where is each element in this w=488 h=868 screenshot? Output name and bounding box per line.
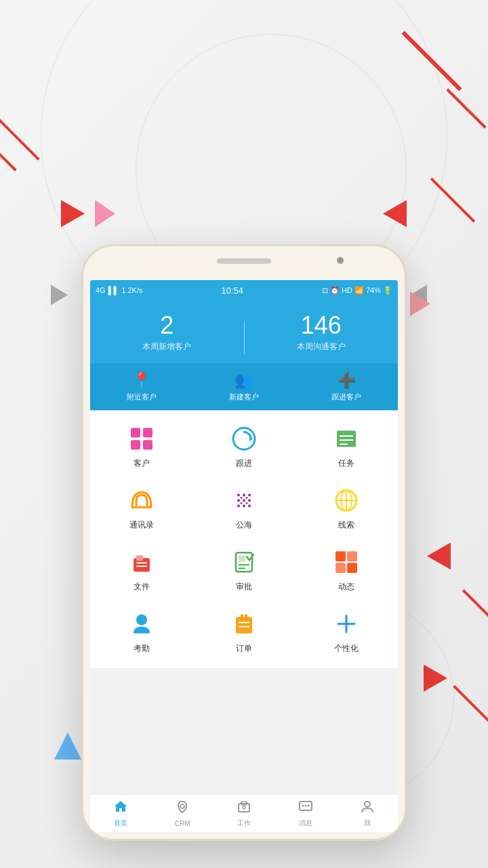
location-icon: 📍 xyxy=(90,372,192,389)
followup-label: 跟进 xyxy=(236,458,252,469)
new-customer-action[interactable]: 👥 新建客户 xyxy=(192,372,295,402)
deco-line-5 xyxy=(430,178,475,222)
bottom-nav: 首页 CRM 工作 xyxy=(90,794,398,832)
svg-point-17 xyxy=(237,505,240,507)
svg-rect-1 xyxy=(143,428,152,437)
app-personalize[interactable]: 个性化 xyxy=(296,609,398,654)
svg-rect-31 xyxy=(136,566,147,567)
svg-point-57 xyxy=(365,802,370,807)
app-orders[interactable]: 订单 xyxy=(192,609,295,654)
battery-label: 74% xyxy=(366,286,381,294)
contact-customers-label: 本周沟通客户 xyxy=(297,342,346,351)
svg-rect-29 xyxy=(136,555,143,561)
app-contacts[interactable]: 通讯录 xyxy=(90,486,192,531)
sim-icon: ⊡ xyxy=(322,286,328,295)
svg-rect-37 xyxy=(336,551,346,561)
add-list-icon: ➕ xyxy=(296,372,398,389)
status-left: 4G ▌▌ 1.2K/s xyxy=(96,286,142,294)
leads-icon xyxy=(331,486,361,515)
nav-home[interactable]: 首页 xyxy=(90,795,152,832)
orders-label: 订单 xyxy=(236,643,252,654)
tri-red-3 xyxy=(424,665,447,692)
customer-label: 客户 xyxy=(134,458,150,469)
svg-point-14 xyxy=(237,499,240,502)
svg-point-49 xyxy=(180,804,184,808)
svg-point-15 xyxy=(243,499,245,502)
svg-point-55 xyxy=(304,805,306,807)
nav-work-label: 工作 xyxy=(237,818,251,828)
deco-line-4 xyxy=(453,685,488,725)
nav-me[interactable]: 我 xyxy=(336,795,398,832)
deco-line-3 xyxy=(0,111,40,161)
clock: 10:54 xyxy=(222,285,244,296)
svg-point-41 xyxy=(136,614,147,625)
app-customer[interactable]: 客户 xyxy=(90,424,192,469)
svg-rect-39 xyxy=(336,563,346,573)
task-icon xyxy=(331,424,361,454)
nearby-customers-label: 附近客户 xyxy=(127,393,157,401)
nav-messages[interactable]: 消息 xyxy=(274,795,336,832)
deco-line-2 xyxy=(446,88,486,128)
public-sea-icon xyxy=(229,486,259,515)
tri-pink-1 xyxy=(95,200,115,227)
stat-contact-customers[interactable]: 146 本周沟通客户 xyxy=(245,311,399,363)
svg-point-56 xyxy=(307,805,309,807)
app-leads[interactable]: 线索 xyxy=(296,486,398,531)
svg-point-13 xyxy=(248,494,251,496)
phone-camera xyxy=(337,257,344,264)
app-public-sea[interactable]: 公海 xyxy=(192,486,295,531)
home-icon xyxy=(113,799,128,817)
app-row-2: 通讯录 xyxy=(90,477,398,539)
me-icon xyxy=(360,799,375,817)
messages-icon xyxy=(298,799,313,817)
nav-work[interactable]: 工作 xyxy=(214,795,275,832)
stat-new-customers[interactable]: 2 本周新增客户 xyxy=(90,311,244,363)
app-approval[interactable]: 审批 xyxy=(192,547,295,593)
app-dynamic[interactable]: 动态 xyxy=(296,547,398,593)
tri-red-2 xyxy=(383,200,407,227)
dynamic-label: 动态 xyxy=(338,581,354,593)
svg-rect-33 xyxy=(239,555,245,562)
nav-home-label: 首页 xyxy=(114,818,127,828)
attendance-icon xyxy=(127,609,157,639)
followup-icon xyxy=(229,424,259,454)
phone-speaker xyxy=(217,258,271,264)
files-icon xyxy=(127,547,157,577)
contacts-icon xyxy=(127,486,157,515)
app-task[interactable]: 任务 xyxy=(296,424,398,469)
svg-rect-2 xyxy=(131,440,140,450)
app-attendance[interactable]: 考勤 xyxy=(90,609,192,654)
follow-customer-action[interactable]: ➕ 跟进客户 xyxy=(296,372,398,402)
nearby-customers-action[interactable]: 📍 附近客户 xyxy=(90,372,192,402)
app-row-1: 客户 跟进 xyxy=(90,416,398,477)
contacts-label: 通讯录 xyxy=(129,519,154,531)
svg-rect-38 xyxy=(347,551,357,561)
svg-rect-46 xyxy=(245,614,247,620)
work-icon xyxy=(237,799,251,817)
svg-point-54 xyxy=(302,805,304,807)
quick-actions: 📍 附近客户 👥 新建客户 ➕ 跟进客户 xyxy=(90,363,398,410)
svg-point-16 xyxy=(248,499,251,502)
svg-rect-30 xyxy=(136,562,147,564)
tri-red-1 xyxy=(61,200,85,227)
attendance-label: 考勤 xyxy=(134,643,150,654)
approval-label: 审批 xyxy=(236,581,252,593)
add-person-icon: 👥 xyxy=(192,372,295,389)
app-files[interactable]: 文件 xyxy=(90,547,192,593)
app-followup[interactable]: 跟进 xyxy=(192,424,295,469)
new-customers-number: 2 xyxy=(90,311,244,340)
tri-blue-1 xyxy=(54,715,81,760)
svg-rect-3 xyxy=(143,440,152,450)
app-grid: 客户 跟进 xyxy=(90,410,398,668)
app-row-3: 文件 审批 xyxy=(90,539,398,601)
alarm-icon: ⏰ xyxy=(330,286,340,295)
hd-label: HD xyxy=(342,286,352,294)
svg-point-19 xyxy=(248,505,251,507)
svg-point-20 xyxy=(240,497,242,499)
customer-icon xyxy=(127,424,157,454)
svg-point-11 xyxy=(237,494,240,496)
nav-crm[interactable]: CRM xyxy=(152,795,214,832)
svg-point-23 xyxy=(245,502,247,505)
approval-icon xyxy=(229,547,259,577)
svg-rect-45 xyxy=(241,614,243,620)
